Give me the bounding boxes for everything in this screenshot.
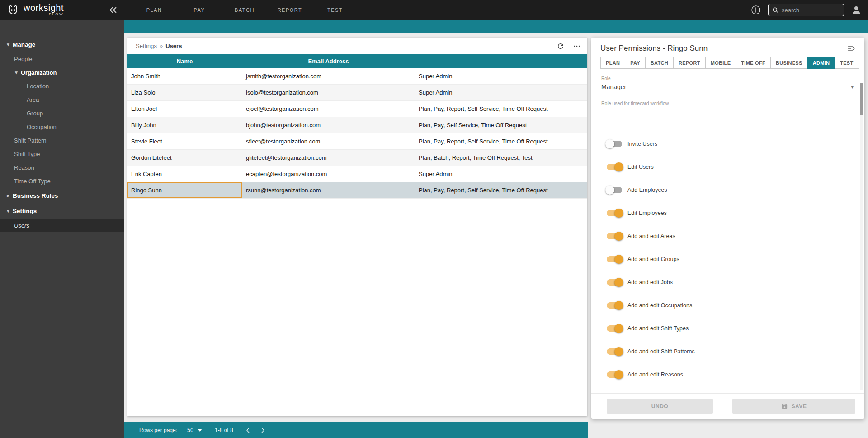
nav-item-pay[interactable]: PAY	[177, 0, 222, 20]
cell-permissions: Plan, Pay, Self Service, Time Off Reques…	[415, 117, 587, 133]
next-page-icon[interactable]	[258, 425, 268, 435]
table-row[interactable]: Stevie Fleet sfleet@testorganization.com…	[127, 133, 587, 150]
nav-item-report[interactable]: REPORT	[267, 0, 312, 20]
toggle-label: Add and edit Groups	[627, 256, 679, 262]
tab-time-off[interactable]: TIME OFF	[736, 57, 771, 69]
breadcrumb: Settings » Users	[136, 43, 182, 49]
add-edit-reasons-toggle[interactable]	[607, 371, 622, 378]
add-edit-shift-patterns-toggle[interactable]	[607, 348, 622, 355]
rows-per-page-select[interactable]: 50	[187, 427, 202, 433]
toggle-label: Add and edit Areas	[627, 233, 675, 239]
table-body: John Smith jsmith@testorganization.com S…	[127, 68, 587, 199]
cell-permissions: Super Admin	[415, 68, 587, 84]
sidebar-item-users[interactable]: Users	[0, 219, 124, 232]
cell-permissions: Plan, Batch, Report, Time Off Request, T…	[415, 150, 587, 166]
nav-item-test[interactable]: TEST	[312, 0, 358, 20]
role-select[interactable]: Manager ▾	[601, 81, 854, 95]
topbar: worksight FLOW PLAN PAY BATCH REPORT TES…	[0, 0, 868, 20]
top-navigation: PLAN PAY BATCH REPORT TEST	[132, 0, 358, 20]
toggle-row-invite-users: Invite Users	[591, 132, 864, 155]
panel-title: User Permissions - Ringo Sunn	[600, 44, 708, 53]
sidebar-item-area[interactable]: Area	[0, 93, 124, 106]
sidebar-item-shift-type[interactable]: Shift Type	[0, 147, 124, 161]
panel-scrollbar-thumb[interactable]	[860, 83, 863, 115]
save-button[interactable]: SAVE	[732, 399, 855, 414]
table-row[interactable]: Erik Capten ecapten@testorganization.com…	[127, 166, 587, 182]
search-input[interactable]	[782, 7, 836, 14]
add-edit-occupations-toggle[interactable]	[607, 302, 622, 309]
sidebar-item-occupation[interactable]: Occupation	[0, 120, 124, 133]
sidebar-item-label: Users	[14, 222, 29, 229]
permission-tabs: PLAN PAY BATCH REPORT MOBILE TIME OFF BU…	[591, 57, 864, 69]
refresh-icon[interactable]	[557, 42, 565, 50]
edit-employees-toggle[interactable]	[607, 210, 622, 216]
rows-per-page-value: 50	[187, 427, 193, 433]
column-header-name[interactable]: Name	[127, 54, 242, 68]
cell-email: ecapten@testorganization.com	[242, 166, 415, 182]
tab-business[interactable]: BUSINESS	[770, 57, 808, 69]
add-edit-groups-toggle[interactable]	[607, 256, 622, 262]
sidebar-item-people[interactable]: People	[0, 52, 124, 66]
tab-pay[interactable]: PAY	[625, 57, 646, 69]
sidebar-collapse-icon[interactable]	[108, 5, 118, 15]
save-button-label: SAVE	[792, 403, 807, 409]
toggle-label: Add and edit Shift Patterns	[627, 348, 695, 355]
add-employees-toggle[interactable]	[607, 187, 622, 193]
table-row[interactable]: Elton Joel ejoel@testorganization.com Pl…	[127, 101, 587, 117]
invite-users-toggle[interactable]	[607, 141, 622, 147]
tab-report[interactable]: REPORT	[673, 57, 706, 69]
tab-mobile[interactable]: MOBILE	[705, 57, 736, 69]
nav-item-plan[interactable]: PLAN	[132, 0, 177, 20]
header-accent-strip	[124, 20, 868, 33]
toggle-row-add-edit-shift-patterns: Add and edit Shift Patterns	[591, 340, 864, 363]
chevron-down-icon: ▾	[12, 70, 21, 76]
previous-page-icon[interactable]	[243, 425, 253, 435]
column-header-permissions[interactable]	[415, 54, 587, 68]
sidebar-item-label: Shift Pattern	[14, 137, 47, 144]
sidebar-item-settings[interactable]: ▾ Settings	[0, 203, 124, 219]
column-header-email[interactable]: Email Address	[242, 54, 415, 68]
table-header-row: Name Email Address	[127, 54, 587, 68]
sidebar-item-shift-pattern[interactable]: Shift Pattern	[0, 133, 124, 147]
role-helper-text: Role used for timecard workflow	[601, 100, 854, 106]
save-icon	[781, 403, 788, 409]
sidebar-item-location[interactable]: Location	[0, 79, 124, 93]
sidebar-item-label: Settings	[13, 208, 37, 214]
sidebar-item-label: Shift Type	[14, 151, 40, 157]
sidebar-item-manage[interactable]: ▾ Manage	[0, 37, 124, 52]
add-edit-areas-toggle[interactable]	[607, 233, 622, 239]
sidebar-item-reason[interactable]: Reason	[0, 161, 124, 174]
toggle-row-edit-users: Edit Users	[591, 155, 864, 178]
table-row[interactable]: John Smith jsmith@testorganization.com S…	[127, 68, 587, 85]
table-row[interactable]: Liza Solo lsolo@testorganization.com Sup…	[127, 85, 587, 101]
table-row[interactable]: Billy John bjohn@testorganization.com Pl…	[127, 117, 587, 133]
sidebar-item-group[interactable]: Group	[0, 106, 124, 120]
cell-name: Erik Capten	[127, 166, 242, 182]
sidebar-item-time-off-type[interactable]: Time Off Type	[0, 174, 124, 188]
account-icon[interactable]	[851, 5, 862, 15]
add-edit-jobs-toggle[interactable]	[607, 279, 622, 286]
toggle-row-add-edit-reasons: Add and edit Reasons	[591, 363, 864, 386]
table-row[interactable]: Gordon Litefeet glitefeet@testorganizati…	[127, 150, 587, 166]
add-circle-icon[interactable]	[750, 5, 761, 15]
cell-email: lsolo@testorganization.com	[242, 85, 415, 100]
cell-email: rsunn@testorganization.com	[242, 182, 415, 198]
users-table-card: Settings » Users Name Email Address John…	[127, 38, 587, 416]
edit-users-toggle[interactable]	[607, 164, 622, 170]
dropdown-caret-icon	[198, 429, 202, 432]
tab-plan[interactable]: PLAN	[600, 57, 625, 69]
toggle-label: Edit Users	[627, 164, 654, 170]
sidebar-item-business-rules[interactable]: ▸ Business Rules	[0, 188, 124, 203]
more-options-icon[interactable]	[573, 42, 581, 50]
nav-item-batch[interactable]: BATCH	[222, 0, 267, 20]
tab-test[interactable]: TEST	[835, 57, 859, 69]
close-panel-icon[interactable]	[847, 44, 856, 53]
add-edit-shift-types-toggle[interactable]	[607, 325, 622, 332]
toggle-row-add-edit-jobs: Add and edit Jobs	[591, 271, 864, 294]
breadcrumb-settings[interactable]: Settings	[136, 43, 157, 49]
tab-admin[interactable]: ADMIN	[807, 57, 835, 69]
table-row-selected[interactable]: Ringo Sunn rsunn@testorganization.com Pl…	[127, 182, 587, 199]
sidebar-item-organization[interactable]: ▾ Organization	[0, 66, 124, 79]
tab-batch[interactable]: BATCH	[645, 57, 674, 69]
undo-button[interactable]: UNDO	[607, 399, 713, 414]
